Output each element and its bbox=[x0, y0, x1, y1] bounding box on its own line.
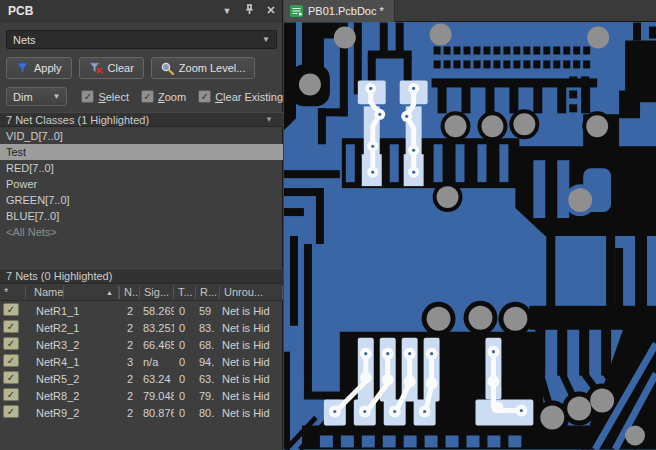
net-name: NetR3_2 bbox=[26, 339, 120, 351]
col-name[interactable]: Name▲ bbox=[26, 286, 120, 299]
mode-dropdown-value: Nets bbox=[13, 34, 36, 46]
net-name: NetR5_2 bbox=[26, 373, 120, 385]
zoom-checkbox[interactable]: ✓ Zoom bbox=[141, 90, 186, 103]
net-name: NetR4_1 bbox=[26, 356, 120, 368]
net-name: NetR2_1 bbox=[26, 322, 120, 334]
sort-ascending-icon: ▲ bbox=[102, 286, 119, 299]
panel-close-icon[interactable] bbox=[260, 6, 282, 16]
panel-toolbar: Apply Clear Zoom Level... bbox=[6, 57, 255, 79]
clear-button[interactable]: Clear bbox=[79, 57, 144, 79]
section-collapse-icon: ▼ bbox=[265, 115, 277, 124]
pcb-canvas[interactable] bbox=[284, 22, 656, 450]
select-checkbox[interactable]: ✓ Select bbox=[81, 90, 129, 103]
net-class-item[interactable]: VID_D[7..0] bbox=[0, 128, 283, 144]
panel-titlebar[interactable]: PCB ▼ bbox=[0, 0, 282, 22]
table-row[interactable]: ✓ NetR8_2 2 79.048 0 79. Net is Hid bbox=[0, 387, 283, 404]
zoom-level-button[interactable]: Zoom Level... bbox=[151, 57, 256, 79]
pcb-panel: PCB ▼ Nets ▼ Apply Clear Zoo bbox=[0, 0, 283, 450]
apply-funnel-icon bbox=[16, 62, 29, 74]
col-unrouted[interactable]: Unrou... bbox=[220, 286, 283, 299]
document-tabbar: PB01.PcbDoc * bbox=[284, 0, 656, 22]
clear-funnel-icon bbox=[89, 62, 103, 74]
table-row[interactable]: ✓ NetR4_1 3 n/a 0 94. Net is Hid bbox=[0, 353, 283, 370]
table-row[interactable]: ✓ NetR9_2 2 80.876 0 80. Net is Hid bbox=[0, 404, 283, 421]
option-checkboxes: ✓ Select ✓ Zoom ✓ Clear Existing bbox=[81, 90, 283, 103]
apply-button[interactable]: Apply bbox=[6, 57, 72, 79]
row-checkbox[interactable]: ✓ bbox=[3, 337, 19, 350]
chevron-down-icon: ▼ bbox=[52, 92, 60, 101]
checkbox-check-icon: ✓ bbox=[198, 90, 211, 103]
col-t[interactable]: T... bbox=[174, 286, 196, 299]
panel-title: PCB bbox=[0, 4, 216, 18]
pcbdoc-icon bbox=[290, 5, 303, 17]
col-check[interactable]: * bbox=[0, 286, 26, 299]
nets-table-header: * Name▲ N.. Sig... T... R... Unrou... bbox=[0, 285, 283, 301]
net-classes-list: VID_D[7..0] Test RED[7..0] Power GREEN[7… bbox=[0, 128, 283, 240]
net-class-item[interactable]: <All Nets> bbox=[0, 224, 283, 240]
net-class-item[interactable]: Test bbox=[0, 144, 283, 160]
net-classes-header[interactable]: 7 Net Classes (1 Highlighted) ▼ bbox=[0, 112, 283, 127]
row-checkbox[interactable]: ✓ bbox=[3, 303, 19, 316]
col-signal[interactable]: Sig... bbox=[140, 286, 174, 299]
col-nodes[interactable]: N.. bbox=[120, 286, 140, 299]
panel-menu-arrow-icon[interactable]: ▼ bbox=[216, 6, 238, 16]
clear-existing-checkbox[interactable]: ✓ Clear Existing bbox=[198, 90, 283, 103]
tab-pb01-pcbdoc[interactable]: PB01.PcbDoc * bbox=[284, 0, 395, 22]
net-class-item[interactable]: Power bbox=[0, 176, 283, 192]
pcb-layout-view bbox=[284, 22, 656, 450]
row-checkbox[interactable]: ✓ bbox=[3, 388, 19, 401]
net-name: NetR9_2 bbox=[26, 407, 120, 419]
altium-window: PCB ▼ Nets ▼ Apply Clear Zoo bbox=[0, 0, 656, 450]
net-class-item[interactable]: RED[7..0] bbox=[0, 160, 283, 176]
table-row[interactable]: ✓ NetR1_1 2 58.269 0 59 Net is Hid bbox=[0, 302, 283, 319]
table-row[interactable]: ✓ NetR2_1 2 83.251 0 83. Net is Hid bbox=[0, 319, 283, 336]
col-routed[interactable]: R... bbox=[196, 286, 220, 299]
panel-pin-icon[interactable] bbox=[238, 4, 260, 17]
row-checkbox[interactable]: ✓ bbox=[3, 320, 19, 333]
nets-header[interactable]: 7 Nets (0 Highlighted) bbox=[0, 268, 283, 284]
net-class-item[interactable]: BLUE[7..0] bbox=[0, 208, 283, 224]
row-checkbox[interactable]: ✓ bbox=[3, 405, 19, 418]
row-checkbox[interactable]: ✓ bbox=[3, 354, 19, 367]
checkbox-check-icon: ✓ bbox=[81, 90, 94, 103]
dim-row: Dim ▼ ✓ Select ✓ Zoom ✓ Clear Existing bbox=[6, 87, 283, 106]
checkbox-check-icon: ✓ bbox=[141, 90, 154, 103]
net-name: NetR1_1 bbox=[26, 305, 120, 317]
nets-table: ✓ NetR1_1 2 58.269 0 59 Net is Hid ✓ Net… bbox=[0, 302, 283, 421]
net-name: NetR8_2 bbox=[26, 390, 120, 402]
magnifier-icon bbox=[161, 62, 174, 75]
row-checkbox[interactable]: ✓ bbox=[3, 371, 19, 384]
editor-area: PB01.PcbDoc * bbox=[284, 0, 656, 450]
chevron-down-icon: ▼ bbox=[262, 35, 270, 44]
dim-dropdown[interactable]: Dim ▼ bbox=[6, 87, 67, 106]
mode-dropdown[interactable]: Nets ▼ bbox=[6, 30, 277, 49]
net-class-item[interactable]: GREEN[7..0] bbox=[0, 192, 283, 208]
table-row[interactable]: ✓ NetR5_2 2 63.24 0 63. Net is Hid bbox=[0, 370, 283, 387]
table-row[interactable]: ✓ NetR3_2 2 66.465 0 68. Net is Hid bbox=[0, 336, 283, 353]
